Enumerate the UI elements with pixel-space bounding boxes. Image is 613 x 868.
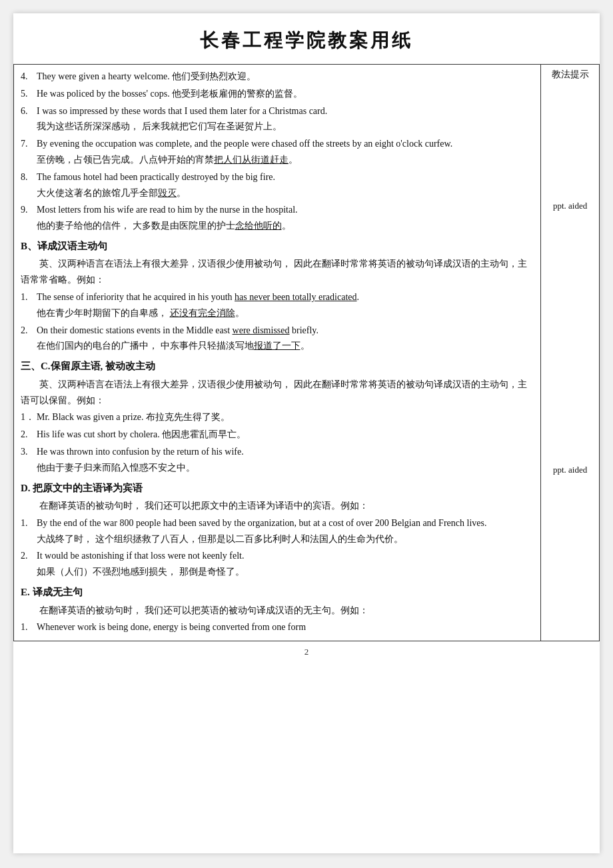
list-item: 6. I was so impressed by these words tha… bbox=[21, 103, 534, 135]
item-number: 7. bbox=[21, 136, 37, 168]
item-zh: 他由于妻子归来而陷入惶惑不安之中。 bbox=[37, 460, 534, 476]
item-content: He was policed by the bosses' cops. 他受到老… bbox=[37, 86, 534, 102]
item-number: 1． bbox=[21, 409, 37, 425]
list-item: 2. On their domestic stations events in … bbox=[21, 323, 534, 355]
section-e-intro: 在翻译英语的被动句时， 我们还可以把英语的被动句译成汉语的无主句。例如： bbox=[21, 603, 534, 619]
item-zh: 至傍晚，占领已告完成。八点钟开始的宵禁把人们从街道赶走。 bbox=[37, 152, 534, 168]
item-number: 2. bbox=[21, 427, 37, 443]
item-en: His life was cut short by cholera. 他因患霍乱… bbox=[37, 429, 246, 439]
item-zh: 大火使这著名的旅馆几乎全部毁灭。 bbox=[37, 185, 534, 201]
item-number: 4. bbox=[21, 69, 37, 85]
list-item: 1. By the end of the war 800 people had … bbox=[21, 515, 534, 547]
page-title: 长春工程学院教案用纸 bbox=[13, 13, 600, 64]
item-zh: 如果（人们）不强烈地感到损失， 那倒是奇怪了。 bbox=[37, 564, 534, 580]
list-item: 7. By evening the occupation was complet… bbox=[21, 136, 534, 168]
item-number: 6. bbox=[21, 103, 37, 135]
underlined-text: 报道了一下 bbox=[254, 341, 301, 351]
item-content: It would be astonishing if that loss wer… bbox=[37, 548, 534, 580]
item-content: By the end of the war 800 people had bee… bbox=[37, 515, 534, 547]
list-item: 2. It would be astonishing if that loss … bbox=[21, 548, 534, 580]
item-zh: 大战终了时， 这个组织拯救了八百人，但那是以二百多比利时人和法国人的生命为代价。 bbox=[37, 531, 534, 547]
list-item: 5. He was policed by the bosses' cops. 他… bbox=[21, 86, 534, 102]
underlined-text: were dismissed bbox=[233, 325, 290, 335]
item-en: He was policed by the bosses' cops. 他受到老… bbox=[37, 89, 303, 99]
section-e-title: E. 译成无主句 bbox=[21, 584, 534, 601]
item-content: Mr. Black was given a prize. 布拉克先生得了奖。 bbox=[37, 409, 534, 425]
underlined-text: 把人们从街道赶走 bbox=[214, 155, 289, 165]
underlined-text: has never been totally eradicated bbox=[235, 292, 356, 302]
sidebar-label: 教法提示 bbox=[548, 69, 592, 81]
list-item: 4. They were given a hearty welcome. 他们受… bbox=[21, 69, 534, 85]
item-content: The famous hotel had been practically de… bbox=[37, 169, 534, 201]
item-number: 1. bbox=[21, 515, 37, 547]
list-item: 1. The sense of inferiority that he acqu… bbox=[21, 289, 534, 321]
item-en: They were given a hearty welcome. 他们受到热烈… bbox=[37, 71, 256, 81]
item-en: The sense of inferiority that he acquire… bbox=[37, 289, 534, 305]
page: 长春工程学院教案用纸 4. They were given a hearty w… bbox=[13, 13, 600, 853]
item-number: 5. bbox=[21, 86, 37, 102]
item-en: He was thrown into confusion by the retu… bbox=[37, 444, 534, 460]
item-en: Mr. Black was given a prize. 布拉克先生得了奖。 bbox=[37, 412, 230, 422]
item-en: It would be astonishing if that loss wer… bbox=[37, 548, 534, 564]
list-item: 1． Mr. Black was given a prize. 布拉克先生得了奖… bbox=[21, 409, 534, 425]
list-item: 9. Most letters from his wife are read t… bbox=[21, 202, 534, 234]
item-content: Whenever work is being done, energy is b… bbox=[37, 619, 534, 635]
main-content-table: 4. They were given a hearty welcome. 他们受… bbox=[13, 64, 600, 641]
item-en: Most letters from his wife are read to h… bbox=[37, 202, 534, 218]
item-content: His life was cut short by cholera. 他因患霍乱… bbox=[37, 427, 534, 443]
item-content: I was so impressed by these words that I… bbox=[37, 103, 534, 135]
item-content: They were given a hearty welcome. 他们受到热烈… bbox=[37, 69, 534, 85]
section-c-intro: 英、汉两种语言在语法上有很大差异，汉语很少使用被动句， 因此在翻译时常常将英语的… bbox=[21, 377, 534, 409]
item-en: By the end of the war 800 people had bee… bbox=[37, 515, 534, 531]
item-number: 2. bbox=[21, 323, 37, 355]
page-number: 2 bbox=[13, 641, 600, 663]
underlined-text: 还没有完全消除 bbox=[170, 308, 235, 318]
item-number: 2. bbox=[21, 548, 37, 580]
table-row-items-4-9: 4. They were given a hearty welcome. 他们受… bbox=[14, 65, 600, 641]
section-d-title: D. 把原文中的主语译为宾语 bbox=[21, 480, 534, 497]
item-number: 8. bbox=[21, 169, 37, 201]
content-cell-main: 4. They were given a hearty welcome. 他们受… bbox=[14, 65, 541, 641]
underlined-text: 念给他听的 bbox=[235, 221, 282, 231]
item-number: 9. bbox=[21, 202, 37, 234]
item-zh: 他的妻子给他的信件， 大多数是由医院里的护士念给他听的。 bbox=[37, 218, 534, 234]
list-item: 1. Whenever work is being done, energy i… bbox=[21, 619, 534, 635]
sidebar-ppt1: ppt. aided bbox=[548, 201, 592, 211]
item-content: Most letters from his wife are read to h… bbox=[37, 202, 534, 234]
item-en: I was so impressed by these words that I… bbox=[37, 103, 534, 119]
section-d-intro: 在翻译英语的被动句时， 我们还可以把原文中的主语译为译语中的宾语。例如： bbox=[21, 498, 534, 514]
item-content: On their domestic stations events in the… bbox=[37, 323, 534, 355]
item-en: The famous hotel had been practically de… bbox=[37, 169, 534, 185]
item-content: The sense of inferiority that he acquire… bbox=[37, 289, 534, 321]
item-zh: 他在青少年时期留下的自卑感， 还没有完全消除。 bbox=[37, 305, 534, 321]
section-c-title: 三、C.保留原主语, 被动改主动 bbox=[21, 358, 534, 375]
item-en: By evening the occupation was complete, … bbox=[37, 136, 534, 152]
item-zh: 在他们国内的电台的广播中， 中东事件只轻描淡写地报道了一下。 bbox=[37, 338, 534, 354]
item-en: On their domestic stations events in the… bbox=[37, 323, 534, 339]
section-b-intro: 英、汉两种语言在语法上有很大差异，汉语很少使用被动句， 因此在翻译时常常将英语的… bbox=[21, 256, 534, 288]
sidebar-ppt2: ppt. aided bbox=[548, 465, 592, 475]
item-zh: 我为这些话所深深感动， 后来我就把它们写在圣诞贺片上。 bbox=[37, 119, 534, 135]
item-number: 1. bbox=[21, 619, 37, 635]
list-item: 8. The famous hotel had been practically… bbox=[21, 169, 534, 201]
list-item: 2. His life was cut short by cholera. 他因… bbox=[21, 427, 534, 443]
item-number: 3. bbox=[21, 444, 37, 476]
list-item: 3. He was thrown into confusion by the r… bbox=[21, 444, 534, 476]
item-number: 1. bbox=[21, 289, 37, 321]
underlined-text: 毁灭 bbox=[158, 188, 177, 198]
section-b-title: B、译成汉语主动句 bbox=[21, 238, 534, 255]
item-en: Whenever work is being done, energy is b… bbox=[37, 619, 534, 635]
item-content: He was thrown into confusion by the retu… bbox=[37, 444, 534, 476]
item-content: By evening the occupation was complete, … bbox=[37, 136, 534, 168]
sidebar-cell: 教法提示 ppt. aided ppt. aided bbox=[541, 65, 600, 641]
